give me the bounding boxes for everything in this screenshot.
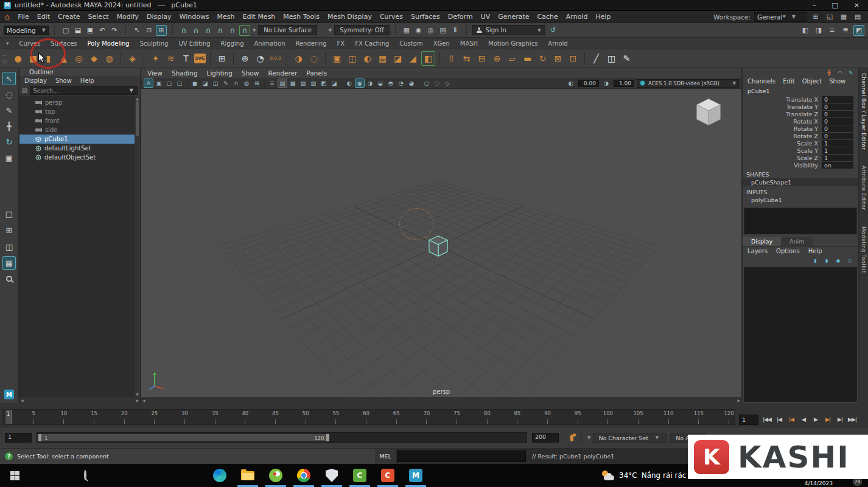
layer-menu-layers[interactable]: Layers <box>747 248 768 254</box>
quad-draw-icon[interactable]: ✎ <box>620 51 634 66</box>
motion-blur-icon[interactable]: ◓ <box>386 79 396 88</box>
manipulator-icon[interactable]: ╋ <box>825 69 833 77</box>
taskbar-date[interactable]: 4/14/2023 <box>805 480 833 486</box>
layer-tab-display[interactable]: Display <box>743 237 781 246</box>
scroll-down-icon[interactable]: ▼ <box>136 392 139 396</box>
outliner-menu-help[interactable]: Help <box>80 77 94 84</box>
tab-attribute-editor[interactable]: Attribute Editor <box>861 166 867 210</box>
menu-arnold[interactable]: Arnold <box>566 13 588 21</box>
outliner-item-side[interactable]: side <box>19 125 140 135</box>
layer-menu-help[interactable]: Help <box>808 248 822 254</box>
symmetry-field[interactable]: Symmetry: Off <box>334 25 389 35</box>
menu-select[interactable]: Select <box>88 13 109 21</box>
outliner-item-pcube1[interactable]: pCube1 <box>19 135 140 144</box>
snap-to-grid-icon[interactable]: ∩ <box>178 25 189 36</box>
combine-icon[interactable]: ▣ <box>330 51 344 66</box>
outliner-item-defaultlightset[interactable]: defaultLightSet <box>19 144 140 153</box>
mirror-icon[interactable]: ◑ <box>292 51 306 66</box>
pause-viewport-icon[interactable]: Ⅱ <box>450 25 461 36</box>
maya-taskbar-icon[interactable] <box>408 468 424 483</box>
outliner-vertical-scrollbar[interactable]: ▲ ▼ <box>135 96 140 397</box>
menu-create[interactable]: Create <box>58 13 80 21</box>
bevel-corner-icon[interactable]: ◢ <box>406 51 420 66</box>
windows-security-icon[interactable] <box>324 468 340 483</box>
outliner-horizontal-scrollbar[interactable]: ◀ ▶ <box>19 397 140 403</box>
rotate-tool-icon[interactable]: ↻ <box>2 135 16 149</box>
shelf-tab-fx-caching[interactable]: FX Caching <box>355 40 389 47</box>
playback-start-field[interactable]: 1 <box>5 433 32 443</box>
layout-current-icon[interactable]: ▦ <box>2 256 16 270</box>
view-transform-select[interactable]: ACES 1.0 SDR-video (sRGB) ▼ <box>637 79 739 88</box>
snap-to-curve-icon[interactable]: ∩ <box>191 25 201 36</box>
extract-icon[interactable]: ◪ <box>391 51 405 66</box>
xray-icon[interactable]: ○ <box>422 79 432 88</box>
menu-surfaces[interactable]: Surfaces <box>411 13 440 21</box>
svg-tool-icon[interactable]: SVG <box>194 54 206 63</box>
poly-torus-icon[interactable]: ◎ <box>72 51 86 66</box>
panel-menu-show[interactable]: Show <box>242 69 259 77</box>
poly-disc-icon[interactable]: ◍ <box>102 51 116 66</box>
outliner-menu-show[interactable]: Show <box>55 77 72 84</box>
panel-menu-renderer[interactable]: Renderer <box>268 69 297 77</box>
play-forwards-icon[interactable]: ▶ <box>810 414 822 425</box>
shelf-tab-xgen[interactable]: XGen <box>433 40 450 47</box>
outliner-item-top[interactable]: top <box>19 107 140 116</box>
scroll-right-icon[interactable]: ▶ <box>136 398 139 402</box>
render-current-frame-icon[interactable]: ◉ <box>413 25 424 36</box>
resolution-gate-icon[interactable]: ◩ <box>319 79 329 88</box>
gamma-icon[interactable]: ◑ <box>601 79 611 88</box>
file-explorer-icon[interactable] <box>240 468 256 483</box>
channel-value-field[interactable]: 1 <box>822 140 853 147</box>
outliner-search-input[interactable]: Search... ▼ <box>30 86 138 95</box>
maximize-button[interactable]: □ <box>831 1 838 9</box>
shelf-tab-arnold[interactable]: Arnold <box>548 40 567 47</box>
chevron-down-icon[interactable]: ▼ <box>587 435 590 440</box>
layout-single-pane-icon[interactable]: □ <box>2 207 16 220</box>
undo-icon[interactable]: ↶ <box>97 25 108 36</box>
outliner-menu-display[interactable]: Display <box>24 77 47 84</box>
shelf-tab-uv-editing[interactable]: UV Editing <box>178 40 210 47</box>
use-all-lights-icon[interactable]: ◐ <box>345 79 354 88</box>
layer-tab-anim[interactable]: Anim <box>781 237 813 246</box>
platonic-solid-icon[interactable]: ◈ <box>125 51 139 66</box>
channel-value-field[interactable]: 0 <box>822 111 853 117</box>
filter-icon[interactable]: ▧ <box>22 87 27 94</box>
shelf-tab-surfaces[interactable]: Surfaces <box>51 40 77 47</box>
layer-move-up-icon[interactable]: ◆ <box>835 257 842 264</box>
move-tool-icon[interactable]: ╋ <box>2 119 16 133</box>
selected-object-name[interactable]: pCube1 <box>743 86 858 96</box>
shape-node[interactable]: pCubeShape1 <box>743 178 858 186</box>
spin-edge-icon[interactable]: ↻ <box>536 51 550 66</box>
home-icon[interactable]: ⌂ <box>5 13 10 21</box>
scale-tool-icon[interactable]: ▣ <box>2 151 16 164</box>
mel-input[interactable] <box>397 450 526 462</box>
cb-menu-channels[interactable]: Channels <box>747 78 775 85</box>
menu-file[interactable]: File <box>18 13 29 21</box>
paint-select-tool-icon[interactable]: ✎ <box>2 103 16 117</box>
snap-to-point-icon[interactable]: ∩ <box>203 25 214 36</box>
menu-mesh-display[interactable]: Mesh Display <box>327 13 372 21</box>
tab-channel-box[interactable]: Channel Box / Layer Editor <box>861 73 867 150</box>
menu-mesh[interactable]: Mesh <box>217 13 235 21</box>
insert-edge-loop-icon[interactable]: ◫ <box>604 51 618 66</box>
live-surface-field[interactable]: No Live Surface <box>258 25 317 35</box>
cb-menu-show[interactable]: Show <box>829 78 845 85</box>
average-vertices-icon[interactable]: ⊡ <box>566 51 580 66</box>
menu-set-select[interactable]: Modeling▼ <box>4 26 49 35</box>
new-scene-icon[interactable]: ▢ <box>60 25 71 36</box>
layer-move-down-icon[interactable]: ◇ <box>846 257 853 264</box>
target-weld-icon[interactable]: ⊠ <box>551 51 565 66</box>
chevron-down-icon[interactable]: ▼ <box>253 28 256 33</box>
shelf-tab-poly-modeling[interactable]: Poly Modeling <box>88 40 130 47</box>
multi-cut-icon[interactable]: ╱ <box>589 51 603 66</box>
channel-value-field[interactable]: 1 <box>822 147 853 154</box>
cb-menu-edit[interactable]: Edit <box>783 78 794 85</box>
isolate-select-icon[interactable]: ◍ <box>242 79 251 88</box>
screen-space-ao-icon[interactable]: ◒ <box>376 79 385 88</box>
layout-four-pane-icon[interactable]: ⊞ <box>2 223 16 237</box>
layout-list-icon[interactable]: ▤ <box>852 12 863 23</box>
shelf-tab-rendering[interactable]: Rendering <box>295 40 326 47</box>
shelf-tab-custom[interactable]: Custom <box>399 40 422 47</box>
menu-edit[interactable]: Edit <box>37 13 50 21</box>
gate-mask-icon[interactable]: ◪ <box>329 79 339 88</box>
